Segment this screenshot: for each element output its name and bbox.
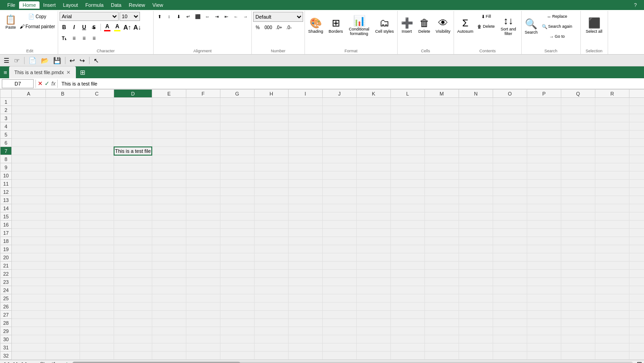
table-cell[interactable]	[114, 302, 152, 311]
conditional-formatting-button[interactable]: 📊 Conditional formatting	[347, 12, 372, 39]
table-cell[interactable]	[595, 237, 629, 245]
col-header-C[interactable]: C	[80, 90, 114, 98]
formula-confirm-icon[interactable]: ✓	[45, 80, 50, 87]
table-cell[interactable]	[629, 131, 644, 139]
tab-nav-icon-1[interactable]: ≡	[4, 69, 7, 76]
table-cell[interactable]	[629, 286, 644, 294]
row-header-6[interactable]: 6	[0, 139, 12, 147]
table-cell[interactable]	[220, 114, 254, 122]
table-cell[interactable]	[186, 229, 220, 237]
table-cell[interactable]	[12, 212, 46, 221]
table-cell[interactable]	[254, 294, 288, 302]
table-cell[interactable]	[629, 245, 644, 253]
table-cell[interactable]	[186, 212, 220, 221]
subscript-button[interactable]: T₁	[60, 34, 69, 43]
table-cell[interactable]	[595, 180, 629, 188]
table-cell[interactable]	[186, 122, 220, 131]
table-cell[interactable]	[322, 188, 356, 196]
table-cell[interactable]	[152, 204, 186, 212]
table-cell[interactable]	[493, 122, 527, 131]
table-cell[interactable]	[629, 311, 644, 319]
table-cell[interactable]	[322, 302, 356, 311]
table-cell[interactable]	[527, 221, 561, 229]
table-cell[interactable]	[459, 196, 493, 204]
view-mode-icon[interactable]: ⊞	[637, 360, 642, 363]
table-cell[interactable]	[80, 237, 114, 245]
table-cell[interactable]	[493, 319, 527, 327]
table-cell[interactable]	[322, 294, 356, 302]
table-cell[interactable]	[527, 286, 561, 294]
table-cell[interactable]	[152, 335, 186, 343]
table-cell[interactable]	[220, 245, 254, 253]
table-cell[interactable]	[459, 114, 493, 122]
table-cell[interactable]	[459, 302, 493, 311]
table-cell[interactable]	[595, 106, 629, 114]
table-cell[interactable]	[493, 286, 527, 294]
table-cell[interactable]	[12, 155, 46, 163]
wrap-text-button[interactable]: ↵	[184, 12, 193, 21]
table-cell[interactable]	[80, 155, 114, 163]
table-cell[interactable]	[254, 286, 288, 294]
table-cell[interactable]	[46, 253, 80, 262]
table-cell[interactable]	[527, 98, 561, 106]
table-cell[interactable]	[424, 106, 459, 114]
undo-button[interactable]: ↩	[68, 57, 77, 64]
row-header-4[interactable]: 4	[0, 122, 12, 131]
sort-filter-button[interactable]: ↕↓ Sort and filter	[497, 12, 520, 39]
table-cell[interactable]	[80, 114, 114, 122]
table-cell[interactable]	[46, 335, 80, 343]
row-header-14[interactable]: 14	[0, 204, 12, 212]
table-cell[interactable]	[12, 98, 46, 106]
table-cell[interactable]	[527, 294, 561, 302]
table-cell[interactable]	[114, 319, 152, 327]
font-color-button[interactable]: A	[103, 23, 112, 32]
table-cell[interactable]	[220, 319, 254, 327]
table-cell[interactable]	[561, 278, 595, 286]
table-cell[interactable]	[12, 335, 46, 343]
table-cell[interactable]	[459, 204, 493, 212]
align-right-button[interactable]: ≡	[90, 34, 99, 43]
row-header-5[interactable]: 5	[0, 131, 12, 139]
table-cell[interactable]	[288, 253, 322, 262]
table-cell[interactable]	[595, 302, 629, 311]
table-cell[interactable]	[424, 262, 459, 270]
row-header-27[interactable]: 27	[0, 311, 12, 319]
table-cell[interactable]	[459, 171, 493, 180]
table-cell[interactable]	[356, 327, 390, 335]
menu-insert[interactable]: Insert	[40, 1, 60, 9]
table-cell[interactable]	[254, 335, 288, 343]
paste-button[interactable]: 📋 Paste	[3, 12, 18, 33]
table-cell[interactable]	[527, 163, 561, 171]
table-cell[interactable]	[527, 327, 561, 335]
table-cell[interactable]	[390, 212, 424, 221]
table-cell[interactable]	[561, 171, 595, 180]
table-cell[interactable]	[459, 278, 493, 286]
table-cell[interactable]	[527, 245, 561, 253]
col-header-E[interactable]: E	[152, 90, 186, 98]
table-cell[interactable]	[459, 221, 493, 229]
table-cell[interactable]	[390, 319, 424, 327]
table-cell[interactable]	[424, 131, 459, 139]
table-cell[interactable]	[254, 221, 288, 229]
table-cell[interactable]	[424, 319, 459, 327]
table-cell[interactable]	[595, 253, 629, 262]
table-cell[interactable]	[595, 204, 629, 212]
table-cell[interactable]	[390, 114, 424, 122]
replace-button[interactable]: ↔ Replace	[540, 12, 574, 21]
table-cell[interactable]	[80, 204, 114, 212]
row-header-19[interactable]: 19	[0, 245, 12, 253]
table-cell[interactable]	[46, 327, 80, 335]
table-cell[interactable]	[356, 114, 390, 122]
table-cell[interactable]	[561, 286, 595, 294]
table-cell[interactable]	[186, 270, 220, 278]
table-cell[interactable]	[459, 237, 493, 245]
strikethrough-button[interactable]: S̶	[90, 23, 99, 32]
table-cell[interactable]	[459, 245, 493, 253]
increase-decimal-button[interactable]: .0+	[275, 23, 284, 32]
col-header-K[interactable]: K	[356, 90, 390, 98]
table-cell[interactable]	[356, 335, 390, 343]
table-cell[interactable]	[322, 212, 356, 221]
table-cell[interactable]	[629, 352, 644, 360]
table-cell[interactable]	[152, 294, 186, 302]
table-cell[interactable]	[46, 131, 80, 139]
